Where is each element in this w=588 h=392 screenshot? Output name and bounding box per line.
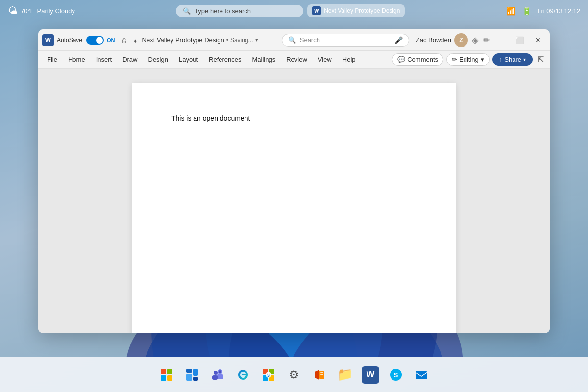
comment-icon: 💬 xyxy=(397,56,405,63)
weather-icon: 🌤 xyxy=(8,5,18,17)
document-page[interactable]: This is an open document xyxy=(132,83,456,333)
pencil-ribbon-icon: ✏ xyxy=(452,56,457,63)
diamond-icon[interactable]: ◈ xyxy=(472,35,479,46)
teams-button[interactable] xyxy=(206,363,229,387)
skype-button[interactable]: S xyxy=(384,363,408,387)
document-content: This is an open document xyxy=(172,114,250,122)
ribbon-menubar: File Home Insert Draw Design Layout Refe… xyxy=(38,51,550,69)
weather-temp: 70°F xyxy=(21,7,34,15)
store-button[interactable]: S xyxy=(257,363,280,387)
title-chevron-icon[interactable]: ▾ xyxy=(255,37,258,43)
document-title[interactable]: Next Valley Prototype Design xyxy=(142,36,224,44)
word-icon: W xyxy=(362,366,379,384)
settings-button[interactable]: ⚙ xyxy=(282,363,306,387)
autosave-label: AutoSave xyxy=(57,37,82,44)
search-bar-word[interactable]: 🔍 Search 🎤 xyxy=(282,34,409,47)
taskbar-top-right: 📶 🔋 Fri 09/13 12:12 xyxy=(506,6,580,16)
word-taskbar-button[interactable]: W xyxy=(359,363,382,387)
word-window: W AutoSave ON ⎌ ⬧ Next Valley Prototype … xyxy=(38,29,550,333)
menu-layout[interactable]: Layout xyxy=(174,54,203,65)
taskbar-top-center: 🔍 Type here to search W Next Valley Prot… xyxy=(176,4,405,17)
undo-icon[interactable]: ⎌ xyxy=(120,35,128,45)
menu-help[interactable]: Help xyxy=(338,54,361,65)
svg-rect-13 xyxy=(193,377,198,381)
svg-rect-11 xyxy=(186,374,192,381)
battery-icon: 🔋 xyxy=(522,6,532,16)
svg-rect-30 xyxy=(416,371,427,379)
svg-point-15 xyxy=(219,370,221,373)
datetime: Fri 09/13 12:12 xyxy=(538,7,580,15)
doc-title-area: Next Valley Prototype Design • Saving...… xyxy=(142,36,279,44)
window-titlebar: W AutoSave ON ⎌ ⬧ Next Valley Prototype … xyxy=(38,29,550,51)
titlebar-right: Zac Bowden Z ◈ ✏ xyxy=(416,33,490,47)
svg-rect-27 xyxy=(320,374,323,375)
menu-design[interactable]: Design xyxy=(144,54,173,65)
text-cursor xyxy=(250,115,250,122)
saving-status: • xyxy=(226,37,228,44)
widgets-button[interactable] xyxy=(180,363,204,387)
ribbon-right: 💬 Comments ✏ Editing ▾ ↑ Share ▾ ⇱ xyxy=(392,53,546,66)
autosave-knob xyxy=(96,37,103,44)
search-bar-top[interactable]: 🔍 Type here to search xyxy=(176,5,303,17)
svg-rect-26 xyxy=(320,372,323,373)
svg-text:S: S xyxy=(394,371,398,379)
menu-mailings[interactable]: Mailings xyxy=(247,54,281,65)
menu-home[interactable]: Home xyxy=(63,54,90,65)
share-button[interactable]: ↑ Share ▾ xyxy=(492,53,533,66)
search-placeholder-word: Search xyxy=(300,36,320,44)
undo-icon2[interactable]: ⬧ xyxy=(131,35,139,45)
svg-rect-6 xyxy=(161,369,166,374)
editing-button[interactable]: ✏ Editing ▾ xyxy=(446,53,490,66)
minimize-button[interactable]: — xyxy=(493,32,509,48)
start-button[interactable] xyxy=(155,363,178,387)
mail-button[interactable] xyxy=(410,363,433,387)
office-button[interactable] xyxy=(308,363,331,387)
comments-label: Comments xyxy=(407,56,438,63)
word-logo: W xyxy=(42,34,54,46)
explorer-button[interactable]: 📁 xyxy=(333,363,357,387)
document-area[interactable]: This is an open document xyxy=(38,69,550,333)
share-label: Share xyxy=(504,56,521,63)
menu-view[interactable]: View xyxy=(313,54,337,65)
autosave-state: ON xyxy=(107,37,115,43)
menu-references[interactable]: References xyxy=(204,54,246,65)
svg-rect-12 xyxy=(193,369,198,376)
svg-rect-8 xyxy=(161,375,166,381)
menu-file[interactable]: File xyxy=(42,54,62,65)
share-chevron-icon: ▾ xyxy=(523,57,526,62)
active-app-name: Next Valley Prototype Design xyxy=(324,7,400,14)
wifi-icon: 📶 xyxy=(506,6,516,16)
menu-review[interactable]: Review xyxy=(281,54,312,65)
menu-insert[interactable]: Insert xyxy=(91,54,117,65)
focus-icon[interactable]: ⇱ xyxy=(536,54,546,65)
close-button[interactable]: ✕ xyxy=(530,32,546,48)
svg-text:S: S xyxy=(267,373,270,378)
search-placeholder-top: Type here to search xyxy=(195,7,251,15)
menu-draw[interactable]: Draw xyxy=(118,54,142,65)
word-icon-chip: W xyxy=(312,6,321,15)
svg-rect-9 xyxy=(167,375,172,381)
autosave-toggle[interactable] xyxy=(86,36,104,45)
search-icon-word: 🔍 xyxy=(288,36,296,44)
taskbar-top: 🌤 70°F Partly Cloudy 🔍 Type here to sear… xyxy=(0,0,588,22)
weather-area[interactable]: 🌤 70°F Partly Cloudy xyxy=(8,5,75,17)
user-area[interactable]: Zac Bowden Z xyxy=(416,33,468,47)
mic-icon[interactable]: 🎤 xyxy=(394,36,403,44)
active-app-chip[interactable]: W Next Valley Prototype Design xyxy=(307,4,405,17)
user-avatar: Z xyxy=(454,33,468,47)
svg-rect-10 xyxy=(186,369,192,373)
maximize-button[interactable]: ⬜ xyxy=(512,32,527,48)
editing-label: Editing xyxy=(459,56,479,63)
share-icon: ↑ xyxy=(499,56,503,63)
saving-text: Saving... xyxy=(230,37,253,44)
svg-point-17 xyxy=(214,371,218,375)
svg-rect-18 xyxy=(212,375,218,380)
taskbar-bottom: S ⚙ 📁 W S xyxy=(0,357,588,392)
comments-button[interactable]: 💬 Comments xyxy=(392,53,443,66)
weather-condition: Partly Cloudy xyxy=(37,7,75,15)
svg-rect-7 xyxy=(167,369,172,374)
pencil-icon[interactable]: ✏ xyxy=(483,35,490,46)
search-icon: 🔍 xyxy=(183,7,191,15)
edge-button[interactable] xyxy=(231,363,255,387)
editing-chevron-icon: ▾ xyxy=(481,56,484,63)
